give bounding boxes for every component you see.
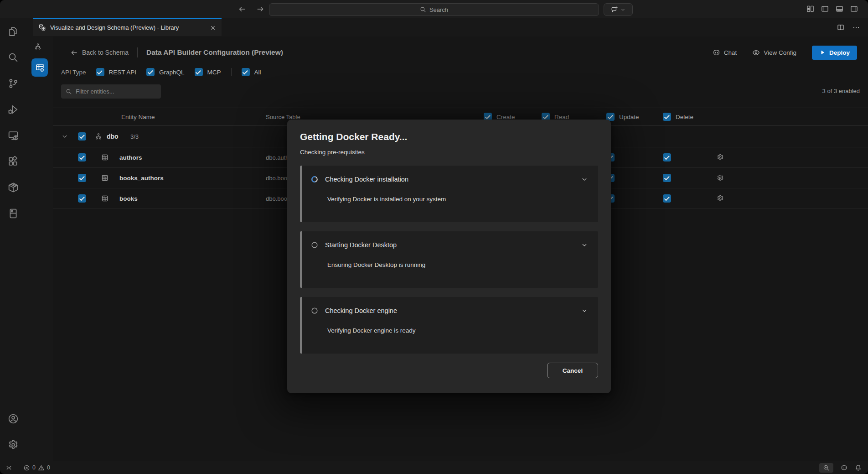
remote-indicator-icon[interactable]: [5, 464, 12, 471]
docker-step-card[interactable]: Starting Docker Desktop Ensuring Docker …: [300, 231, 598, 288]
api-type-option-all[interactable]: All: [242, 68, 261, 76]
checkbox-checked[interactable]: [146, 68, 155, 76]
chat-button[interactable]: Chat: [713, 49, 737, 57]
entity-name: books_authors: [119, 175, 164, 182]
pending-circle-icon: [311, 241, 318, 249]
activity-item-containers[interactable]: [0, 174, 26, 200]
activity-item-account[interactable]: [0, 406, 26, 432]
layout-panel-icon[interactable]: [836, 5, 843, 13]
step-detail: Ensuring Docker Desktop is running: [327, 261, 588, 268]
step-label: Starting Docker Desktop: [325, 241, 397, 249]
activity-item-search[interactable]: [0, 44, 26, 70]
zoom-in-icon: [823, 464, 830, 471]
database-projects-icon: [8, 208, 19, 219]
group-count: 3/3: [130, 133, 139, 140]
more-actions-icon[interactable]: [852, 24, 860, 31]
notifications-bell-icon[interactable]: [855, 464, 862, 471]
search-icon: [420, 6, 426, 13]
checkbox-checked[interactable]: [195, 68, 203, 76]
split-editor-icon[interactable]: [837, 24, 844, 31]
activity-item-extensions[interactable]: [0, 148, 26, 174]
designer-side-strip: [26, 36, 53, 461]
row-settings-gear-icon[interactable]: [717, 154, 724, 161]
activity-item-run-debug[interactable]: [0, 96, 26, 122]
step-label: Checking Docker installation: [325, 176, 408, 183]
activity-item-explorer[interactable]: [0, 18, 26, 44]
copilot-menu-button[interactable]: [604, 3, 633, 16]
error-icon: [23, 464, 30, 471]
table-icon: [101, 154, 108, 161]
activity-bar-bottom: [0, 406, 26, 458]
docker-step-card[interactable]: Checking Docker engine Verifying Docker …: [300, 297, 598, 354]
entity-checkbox[interactable]: [78, 194, 86, 203]
problems-widget[interactable]: 0 0: [23, 464, 50, 471]
checkbox-checked[interactable]: [96, 68, 104, 76]
api-type-option[interactable]: MCP: [195, 68, 221, 76]
activity-item-source-control[interactable]: [0, 70, 26, 96]
back-label: Back to Schema: [82, 49, 129, 56]
back-to-schema-link[interactable]: Back to Schema: [70, 49, 129, 57]
group-name: dbo: [107, 133, 119, 140]
chevron-down-icon[interactable]: [581, 307, 588, 314]
activity-bar: [0, 18, 26, 461]
spinner-icon: [311, 176, 318, 183]
copilot-icon: [713, 49, 720, 57]
nav-back-icon[interactable]: [238, 5, 246, 13]
layout-customize-icon[interactable]: [806, 5, 814, 13]
deploy-button[interactable]: Deploy: [812, 46, 857, 60]
delete-checkbox[interactable]: [663, 153, 671, 161]
editor-actions: [837, 24, 860, 31]
collapse-chevron-icon[interactable]: [61, 133, 68, 140]
tab-visualize-schema[interactable]: Visualize and Design Schema (Preview) - …: [33, 18, 222, 36]
api-type-option[interactable]: GraphQL: [146, 68, 185, 76]
editor-tab-bar: Visualize and Design Schema (Preview) - …: [0, 18, 868, 37]
activity-item-database-projects[interactable]: [0, 200, 26, 226]
chevron-down-icon[interactable]: [581, 176, 588, 183]
search-placeholder: Search: [429, 6, 448, 13]
layout-sidebar-right-icon[interactable]: [850, 5, 858, 13]
eye-icon: [752, 49, 760, 57]
copilot-chat-icon: [611, 6, 618, 13]
layout-sidebar-left-icon[interactable]: [821, 5, 829, 13]
nav-forward-icon[interactable]: [256, 5, 264, 13]
command-center-search[interactable]: Search: [269, 3, 599, 16]
entity-checkbox[interactable]: [78, 153, 86, 161]
filter-entities-input[interactable]: Filter entities...: [61, 84, 161, 99]
api-type-filter-row: API Type REST API GraphQL MCP All: [61, 64, 261, 80]
delete-checkbox[interactable]: [663, 174, 671, 182]
schema-designer-icon[interactable]: [34, 43, 41, 50]
copilot-status-icon[interactable]: [841, 464, 847, 471]
dialog-title: Getting Docker Ready...: [300, 131, 598, 142]
chevron-down-icon[interactable]: [581, 241, 588, 249]
back-arrow-icon: [70, 49, 78, 57]
settings-icon: [8, 439, 19, 450]
api-type-label: API Type: [61, 69, 86, 76]
checkbox-checked[interactable]: [242, 68, 250, 76]
api-type-option[interactable]: REST API: [96, 68, 137, 76]
group-checkbox[interactable]: [78, 132, 86, 141]
step-detail: Verifying Docker engine is ready: [327, 327, 588, 334]
schema-designer-tab-icon: [38, 24, 46, 31]
col-update: Update: [619, 114, 639, 120]
dialog-subtitle: Checking pre-requisites: [300, 149, 598, 156]
error-count: 0: [32, 464, 36, 471]
page-header: Back to Schema Data API Builder Configur…: [53, 43, 868, 62]
view-config-button[interactable]: View Config: [752, 49, 796, 57]
col-delete: Delete: [676, 114, 693, 120]
schema-icon: [95, 133, 102, 140]
entity-checkbox[interactable]: [78, 174, 86, 182]
delete-checkbox[interactable]: [663, 194, 671, 203]
cancel-button[interactable]: Cancel: [547, 363, 598, 378]
activity-item-remote-explorer[interactable]: [0, 122, 26, 148]
close-icon[interactable]: [210, 25, 216, 31]
header-actions: Chat View Config Deploy: [713, 46, 857, 60]
zoom-indicator[interactable]: [819, 463, 833, 473]
dab-config-tool-active[interactable]: [31, 58, 48, 77]
docker-step-card[interactable]: Checking Docker installation Verifying D…: [300, 166, 598, 222]
activity-item-settings[interactable]: [0, 432, 26, 458]
explorer-icon: [8, 26, 19, 37]
row-settings-gear-icon[interactable]: [717, 174, 724, 182]
row-settings-gear-icon[interactable]: [717, 195, 724, 202]
getting-docker-ready-dialog: Getting Docker Ready... Checking pre-req…: [287, 120, 611, 393]
delete-all-checkbox[interactable]: [663, 113, 671, 121]
